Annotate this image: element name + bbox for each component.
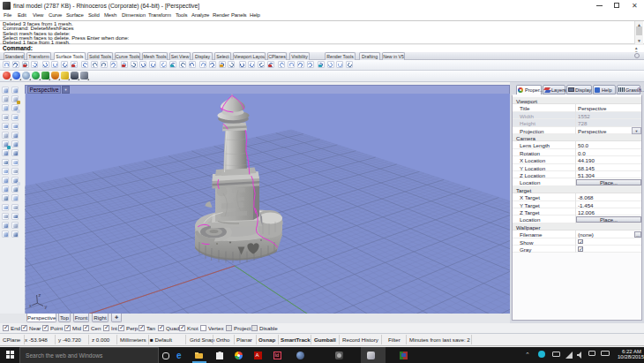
svg-text:y: y [45, 304, 48, 309]
svg-text:x: x [29, 303, 32, 308]
svg-text:z: z [39, 292, 41, 298]
